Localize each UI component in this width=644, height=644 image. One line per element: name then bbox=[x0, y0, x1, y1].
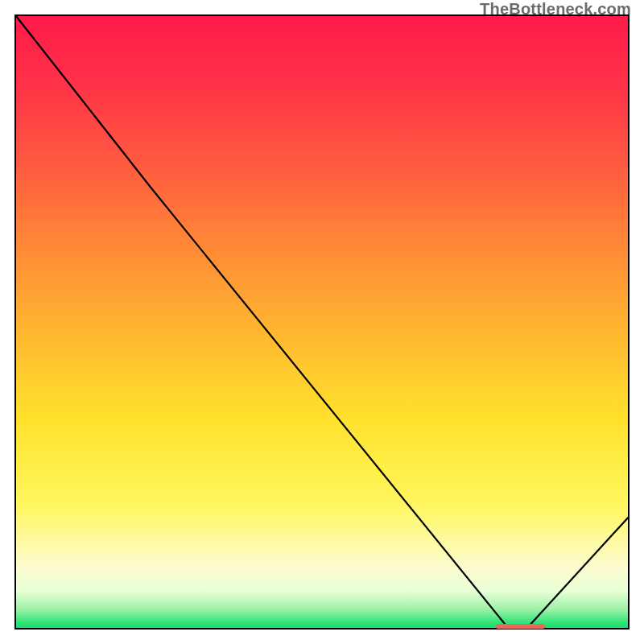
optimal-region-marker bbox=[496, 624, 545, 629]
plot-area bbox=[14, 14, 630, 630]
chart-container: TheBottleneck.com bbox=[0, 0, 644, 644]
curve-layer bbox=[16, 16, 628, 628]
bottleneck-curve bbox=[16, 16, 628, 625]
